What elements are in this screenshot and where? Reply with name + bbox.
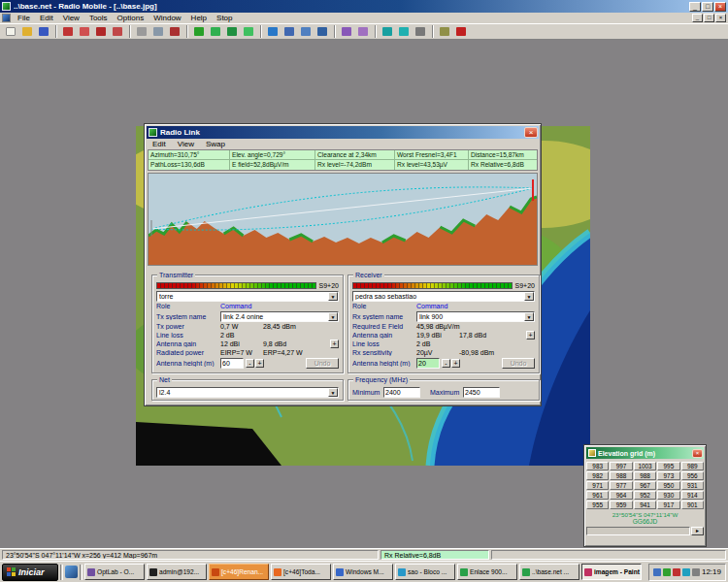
menu-help[interactable]: Help <box>186 14 212 22</box>
delete-icon[interactable] <box>167 25 182 38</box>
rx-gain-plus-button[interactable]: + <box>526 331 535 340</box>
tx-undo-button[interactable]: Undo <box>306 358 339 369</box>
map-properties-icon[interactable] <box>60 25 76 38</box>
child-restore-button[interactable]: □ <box>704 14 714 22</box>
tray-network-icon[interactable] <box>663 568 671 576</box>
taskbar-item-windows-media[interactable]: Windows M... <box>333 564 393 580</box>
best-site-icon[interactable] <box>314 25 330 38</box>
open-networks-icon[interactable] <box>19 25 35 38</box>
child-minimize-button[interactable]: _ <box>692 14 703 22</box>
toolbar-separator <box>432 25 434 38</box>
stop-tool-icon[interactable] <box>453 25 469 38</box>
minimize-button[interactable]: _ <box>689 2 701 12</box>
profile-chart[interactable] <box>148 173 538 266</box>
rx-lineloss-value: 2 dB <box>416 340 430 347</box>
chevron-down-icon[interactable]: ▼ <box>328 388 338 397</box>
net-select[interactable]: l2.4 ▼ <box>156 387 339 398</box>
new-networks-icon[interactable] <box>3 25 18 38</box>
rx-height-input[interactable] <box>416 358 440 369</box>
chevron-down-icon[interactable]: ▼ <box>328 292 338 301</box>
menu-view[interactable]: View <box>58 14 84 22</box>
unit-properties-icon[interactable] <box>208 25 223 38</box>
tx-system-select[interactable]: link 2.4 onine ▼ <box>220 311 339 322</box>
rx-unit-select[interactable]: pedra sao sebastiao ▼ <box>352 291 535 302</box>
elevation-grid-close-icon[interactable]: × <box>692 449 703 458</box>
system-properties-icon[interactable] <box>224 25 240 38</box>
taskbar-item-paint[interactable]: imagem - Paint <box>581 564 642 580</box>
tx-gain-plus-button[interactable]: + <box>330 340 339 348</box>
stat-distance: Distance=15,87km <box>469 150 537 160</box>
chat-icon <box>274 568 281 576</box>
route-coverage-icon[interactable] <box>298 25 314 38</box>
tx-height-input[interactable] <box>220 358 244 369</box>
tray-messenger-icon[interactable] <box>682 568 690 576</box>
quick-launch-icon[interactable] <box>65 566 78 578</box>
taskbar-item-basenet[interactable]: ..\base.net ... <box>519 564 579 580</box>
copy-icon[interactable] <box>150 25 166 38</box>
tx-unit-select[interactable]: torre ▼ <box>156 291 339 302</box>
menu-options[interactable]: Options <box>113 14 149 22</box>
polar-view-icon[interactable] <box>339 25 354 38</box>
tx-height-decrease-button[interactable]: - <box>246 359 254 368</box>
taskbar-item-notepad[interactable]: sao - Bloco ... <box>395 564 455 580</box>
taskbar-item-chat-renan[interactable]: [c+46]Renan... <box>209 564 269 580</box>
network-properties-icon[interactable] <box>191 25 207 38</box>
chevron-down-icon[interactable]: ▼ <box>328 312 338 321</box>
internet-icon[interactable] <box>396 25 412 38</box>
taskbar-item-optlab[interactable]: OptLab - O... <box>84 564 145 580</box>
tx-command-link[interactable]: Command <box>220 303 251 309</box>
radio-link-close-icon[interactable]: × <box>524 127 538 138</box>
child-window-icon[interactable] <box>2 14 11 22</box>
rx-height-increase-button[interactable]: + <box>451 359 460 368</box>
chevron-down-icon[interactable]: ▼ <box>524 292 534 301</box>
merge-pictures-icon[interactable] <box>93 25 109 38</box>
rx-efield-label: Required E Field <box>352 323 416 330</box>
save-networks-icon[interactable] <box>36 25 51 38</box>
cartesian-view-icon[interactable] <box>355 25 371 38</box>
taskbar-item-enlace[interactable]: Enlace 900... <box>457 564 517 580</box>
frequency-min-input[interactable] <box>383 387 420 398</box>
close-button[interactable]: × <box>714 2 726 12</box>
gps-icon[interactable] <box>413 25 428 38</box>
tray-volume-icon[interactable] <box>653 568 661 576</box>
start-button[interactable]: Iniciar <box>2 564 58 581</box>
frequency-max-input[interactable] <box>463 387 500 398</box>
picture-properties-icon[interactable] <box>77 25 92 38</box>
world-map-icon[interactable] <box>380 25 395 38</box>
rx-system-select[interactable]: link 900 ▼ <box>416 311 535 322</box>
tray-antivirus-icon[interactable] <box>673 568 680 576</box>
print-icon[interactable] <box>134 25 149 38</box>
tx-height-increase-button[interactable]: + <box>255 359 264 368</box>
radio-link-tool-icon[interactable] <box>241 25 256 38</box>
rx-command-link[interactable]: Command <box>416 303 447 309</box>
menu-stop[interactable]: Stop <box>212 14 237 22</box>
taskbar-item-terminal[interactable]: admin@192... <box>147 564 207 580</box>
radio-link-menu-edit[interactable]: Edit <box>147 140 172 148</box>
radio-link-menu-swap[interactable]: Swap <box>200 140 231 148</box>
maximize-button[interactable]: □ <box>702 2 713 12</box>
radio-link-titlebar[interactable]: Radio Link × <box>147 126 539 139</box>
chevron-down-icon[interactable]: ▼ <box>524 312 534 321</box>
elevation-grid-glyph <box>113 27 122 36</box>
tray-display-icon[interactable] <box>692 568 700 576</box>
elevation-cell: 982 <box>586 471 609 480</box>
menu-file[interactable]: File <box>13 14 35 22</box>
radio-link-menu-view[interactable]: View <box>172 140 200 148</box>
menu-tools[interactable]: Tools <box>84 14 113 22</box>
taskbar-item-label: admin@192... <box>159 568 199 575</box>
copy-glyph <box>153 27 163 36</box>
aprs-icon[interactable] <box>437 25 452 38</box>
taskbar-item-chat-toda[interactable]: [c+46]Toda... <box>271 564 331 580</box>
single-coverage-icon[interactable] <box>265 25 281 38</box>
rx-height-decrease-button[interactable]: - <box>442 359 450 368</box>
clock[interactable]: 12:19 <box>702 567 721 576</box>
elevation-grid-scroll-track[interactable] <box>586 527 690 535</box>
rx-undo-button[interactable]: Undo <box>502 358 535 369</box>
menu-edit[interactable]: Edit <box>35 14 58 22</box>
child-close-button[interactable]: × <box>715 14 726 22</box>
elevation-grid-titlebar[interactable]: Elevation grid (m) × <box>586 447 704 459</box>
combined-coverage-icon[interactable] <box>281 25 297 38</box>
elevation-grid-scroll-right-icon[interactable]: ► <box>691 527 704 535</box>
elevation-grid-tool-icon[interactable] <box>110 25 125 38</box>
menu-window[interactable]: Window <box>149 14 185 22</box>
